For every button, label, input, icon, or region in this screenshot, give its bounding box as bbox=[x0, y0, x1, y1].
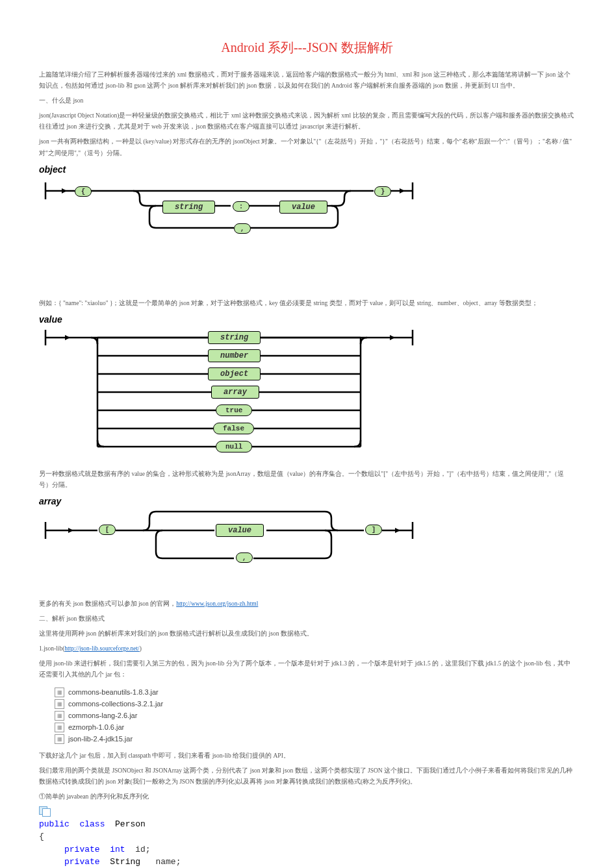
diagram-object-title: object bbox=[39, 164, 575, 175]
rbrace-token: } bbox=[374, 186, 391, 197]
diagram-array: [ value , ] bbox=[39, 508, 419, 566]
diagram-value-title: value bbox=[39, 314, 575, 325]
svg-marker-6 bbox=[65, 335, 70, 340]
para: 下载好这几个 jar 包后，加入到 classpath 中即可，我们来看看 js… bbox=[39, 750, 575, 762]
lbracket-token: [ bbox=[99, 525, 116, 535]
value-opt-string: string bbox=[208, 331, 261, 344]
diagram-array-title: array bbox=[39, 496, 575, 506]
jar-list: ▦commons-beanutils-1.8.3.jar ▦commons-co… bbox=[55, 688, 575, 744]
para: 例如：{ "name": "xiaoluo" }；这就是一个最简单的 json … bbox=[39, 298, 575, 309]
string-token: string bbox=[162, 201, 215, 214]
jar-item: ▦commons-beanutils-1.8.3.jar bbox=[55, 688, 575, 697]
value-token: value bbox=[279, 201, 327, 214]
value-opt-false: false bbox=[213, 423, 254, 434]
colon-token: : bbox=[233, 201, 249, 212]
code-block: public class Person { private int id; pr… bbox=[39, 818, 575, 868]
section-heading: 二、解析 json 数据格式 bbox=[39, 614, 575, 625]
value-opt-null: null bbox=[216, 441, 252, 453]
value-opt-array: array bbox=[211, 386, 259, 399]
copy-code-icon[interactable] bbox=[39, 806, 52, 815]
para: 这里将使用两种 json 的解析库来对我们的 json 数据格式进行解析以及生成… bbox=[39, 628, 575, 639]
jar-icon: ▦ bbox=[55, 723, 64, 732]
svg-marker-10 bbox=[68, 528, 73, 533]
para: 1.json-lib(http://json-lib.sourceforge.n… bbox=[39, 643, 575, 654]
svg-marker-11 bbox=[395, 528, 400, 533]
intro-para: 上篇随笔详细介绍了三种解析服务器端传过来的 xml 数据格式，而对于服务器端来说… bbox=[39, 69, 575, 92]
lbrace-token: { bbox=[75, 186, 92, 197]
para: json(Javascript Object Notation)是一种轻量级的数… bbox=[39, 110, 575, 132]
jar-item: ▦ezmorph-1.0.6.jar bbox=[55, 723, 575, 732]
para: 更多的有关 json 数据格式可以参加 json 的官网，http://www.… bbox=[39, 599, 575, 610]
jar-icon: ▦ bbox=[55, 711, 64, 721]
json-org-link[interactable]: http://www.json.org/json-zh.html bbox=[176, 601, 258, 607]
rbracket-token: ] bbox=[365, 525, 382, 535]
array-comma-token: , bbox=[236, 552, 253, 563]
para: ①简单的 javabean 的序列化和反序列化 bbox=[39, 791, 575, 802]
diagram-value: string number object array true false nu… bbox=[39, 326, 419, 460]
diagram-object: { string : value , } bbox=[39, 176, 419, 289]
jar-item: ▦json-lib-2.4-jdk15.jar bbox=[55, 734, 575, 744]
jar-icon: ▦ bbox=[55, 734, 64, 744]
jar-icon: ▦ bbox=[55, 688, 64, 697]
value-opt-true: true bbox=[216, 404, 252, 416]
para: 使用 json-lib 来进行解析，我们需要引入第三方的包，因为 json-li… bbox=[39, 658, 575, 680]
para: 另一种数据格式就是数据有序的 value 的集合，这种形式被称为是 jsonAr… bbox=[39, 469, 575, 491]
svg-marker-7 bbox=[390, 335, 395, 340]
para: json 一共有两种数据结构，一种是以 (key/value) 对形式存在的无序… bbox=[39, 136, 575, 158]
comma-token: , bbox=[234, 223, 251, 234]
value-opt-number: number bbox=[208, 349, 261, 362]
jsonlib-link[interactable]: http://json-lib.sourceforge.net/ bbox=[64, 645, 139, 652]
value-opt-object: object bbox=[208, 367, 261, 380]
jar-item: ▦commons-lang-2.6.jar bbox=[55, 711, 575, 721]
jar-icon: ▦ bbox=[55, 699, 64, 709]
jar-item: ▦commons-collections-3.2.1.jar bbox=[55, 699, 575, 709]
array-value-token: value bbox=[216, 524, 264, 537]
section-heading: 一、什么是 json bbox=[39, 95, 575, 106]
page-title: Android 系列---JSON 数据解析 bbox=[39, 39, 575, 56]
para: 我们最常用的两个类就是 JSONObject 和 JSONArray 这两个类，… bbox=[39, 765, 575, 787]
